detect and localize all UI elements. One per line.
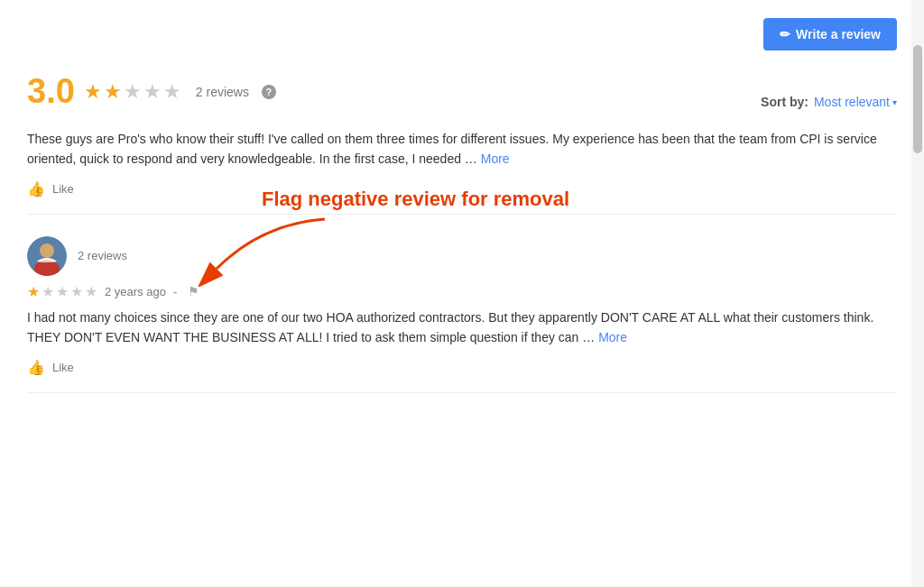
review-rating-row-2: ★ ★ ★ ★ ★ 2 years ago - ⚑ [27,283,897,300]
star-5: ★ [163,80,181,104]
like-label-2[interactable]: Like [52,361,74,374]
star-1: ★ [84,80,102,104]
review-2-star-2: ★ [42,283,54,300]
rating-number: 3.0 [27,72,75,111]
like-label-1[interactable]: Like [52,182,74,196]
help-icon[interactable]: ? [262,85,276,99]
review-2-star-3: ★ [56,283,69,300]
svg-rect-3 [40,260,54,262]
review-time-2: 2 years ago [105,285,166,298]
review-text-2: I had not many choices since they are on… [27,307,897,348]
review-card-1: These guys are Pro's who know their stuf… [27,129,897,215]
avatar-2 [27,236,67,276]
flag-icon-2[interactable]: ⚑ [188,284,199,298]
pencil-icon: ✏ [780,27,790,41]
reviewer-header-2: 2 reviews [27,236,897,276]
write-review-label: Write a review [796,27,881,41]
review-2-more-link[interactable]: More [598,330,627,344]
review-2-star-5: ★ [85,283,97,300]
rating-stars: ★ ★ ★ ★ ★ [84,80,181,104]
scrollbar-thumb[interactable] [913,45,922,153]
review-card-2: 2 reviews ★ ★ ★ ★ ★ 2 years ago - ⚑ I ha… [27,215,897,393]
review-text-1: These guys are Pro's who know their stuf… [27,129,897,170]
star-4: ★ [143,80,162,104]
sort-bar: Sort by: Most relevant ▾ [761,95,897,109]
reviewer-review-count-2: 2 reviews [78,249,127,262]
star-3: ★ [124,80,142,104]
review-2-stars: ★ ★ ★ ★ ★ [27,283,97,300]
sort-value: Most relevant [814,95,890,109]
svg-point-1 [40,243,54,258]
review-2-star-4: ★ [70,283,83,300]
like-row-2: 👍 Like [27,359,897,376]
review-2-star-1: ★ [27,283,40,300]
review-count: 2 reviews [196,85,249,99]
reviewer-info-2: 2 reviews [78,249,127,262]
review-1-more-link[interactable]: More [481,151,510,166]
write-review-button[interactable]: ✏ Write a review [763,18,897,50]
sort-select[interactable]: Most relevant ▾ [814,95,897,109]
chevron-down-icon: ▾ [892,97,897,107]
sort-label: Sort by: [761,95,808,109]
scrollbar[interactable] [911,0,924,587]
reviews-section: These guys are Pro's who know their stuf… [27,129,897,393]
like-row-1: 👍 Like [27,180,897,197]
page-wrapper: ✏ Write a review 3.0 ★ ★ ★ ★ ★ 2 reviews… [0,0,924,587]
like-icon-1[interactable]: 👍 [27,180,45,197]
star-2: ★ [104,80,122,104]
like-icon-2[interactable]: 👍 [27,359,45,376]
